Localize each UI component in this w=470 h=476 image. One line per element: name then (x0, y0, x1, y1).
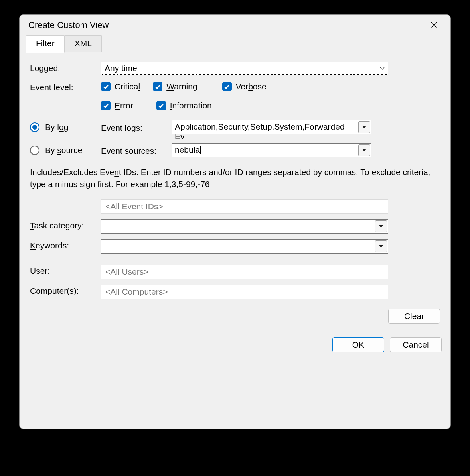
radio-by-source[interactable]: By source (30, 146, 98, 155)
checkbox-critical[interactable]: Critical (101, 82, 140, 91)
tab-xml[interactable]: XML (65, 35, 102, 52)
ok-button[interactable]: OK (332, 337, 384, 352)
radio-by-log[interactable]: By log (30, 122, 98, 132)
check-icon (101, 101, 111, 110)
logged-dropdown-value: Any time (101, 62, 377, 75)
dropdown-arrow-icon (375, 220, 387, 232)
close-button[interactable] (425, 18, 443, 32)
event-logs-combo[interactable]: Application,Security,Setup,System,Forwar… (172, 120, 371, 134)
checkbox-information[interactable]: Information (156, 101, 212, 110)
checkbox-verbose[interactable]: Verbose (222, 82, 267, 91)
event-sources-value: nebula (172, 144, 357, 157)
tabstrip: Filter XML (20, 35, 450, 52)
check-icon (153, 82, 162, 91)
computers-input[interactable] (101, 285, 388, 299)
task-category-combo[interactable] (101, 219, 388, 234)
check-icon (156, 101, 166, 110)
dropdown-arrow-icon (375, 240, 387, 252)
tab-filter[interactable]: Filter (26, 35, 65, 53)
event-level-checks: Critical Warning Verbose Error (101, 81, 440, 110)
task-category-value (101, 220, 374, 233)
dialog-footer: OK Cancel (20, 332, 450, 360)
check-icon (101, 82, 111, 91)
dialog-create-custom-view: Create Custom View Filter XML Logged: An… (19, 14, 451, 429)
user-input[interactable] (101, 265, 388, 279)
event-ids-input[interactable] (101, 199, 388, 214)
dropdown-arrow-icon (358, 144, 370, 156)
clear-button[interactable]: Clear (388, 309, 440, 324)
checkbox-error[interactable]: Error (101, 101, 133, 110)
window-title: Create Custom View (28, 20, 109, 30)
check-icon (222, 82, 232, 91)
chevron-down-icon (377, 62, 388, 75)
event-logs-value: Application,Security,Setup,System,Forwar… (172, 120, 357, 134)
close-icon (431, 22, 438, 29)
event-ids-hint: Includes/Excludes Event IDs: Enter ID nu… (30, 166, 440, 191)
logged-label: Logged: (30, 62, 98, 73)
checkbox-warning[interactable]: Warning (153, 82, 197, 91)
event-level-label: Event level: (30, 81, 98, 92)
event-sources-combo[interactable]: nebula (172, 143, 371, 157)
cancel-button[interactable]: Cancel (390, 337, 442, 352)
titlebar: Create Custom View (20, 15, 450, 35)
keywords-combo[interactable] (101, 239, 388, 254)
logged-dropdown[interactable]: Any time (101, 62, 388, 75)
dropdown-arrow-icon (358, 121, 370, 133)
keywords-value (101, 240, 374, 253)
filter-panel: Logged: Any time Event level: Critical W… (20, 52, 450, 332)
